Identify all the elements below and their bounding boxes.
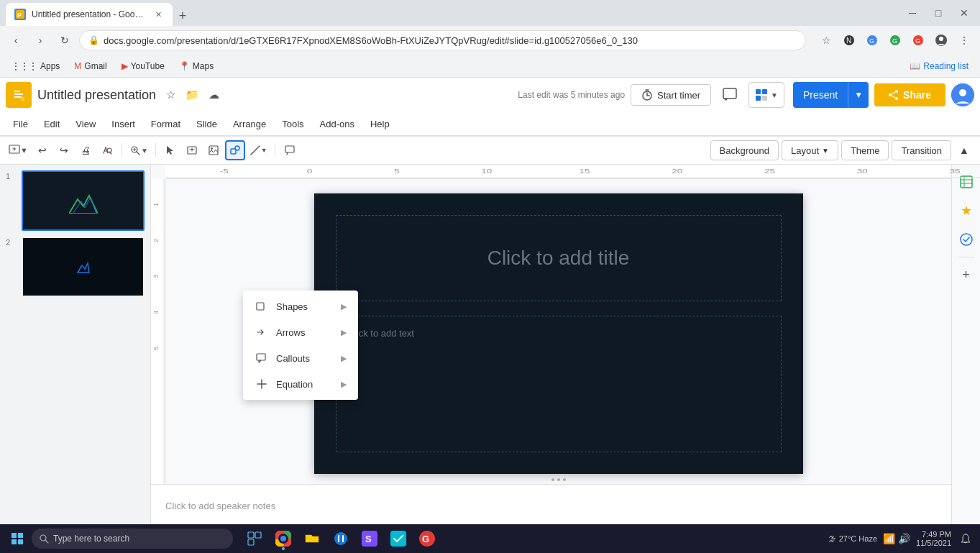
toolbar-theme-btn[interactable]: Theme xyxy=(841,140,889,160)
cloud-btn[interactable]: ☁ xyxy=(205,86,222,104)
slides-panel: 1 2 xyxy=(0,165,151,553)
taskbar-notification[interactable] xyxy=(957,530,974,547)
menu-help[interactable]: Help xyxy=(363,116,397,132)
toolbar-comment-btn[interactable] xyxy=(280,140,300,160)
taskbar-clock: 7:49 PM 11/5/2021 xyxy=(916,530,951,547)
tab-close-icon[interactable]: ✕ xyxy=(152,9,164,20)
slide-preview-2[interactable] xyxy=(22,237,145,297)
dropdown-item-arrows[interactable]: Arrows ▶ xyxy=(243,319,358,345)
taskbar-app7[interactable]: G xyxy=(414,526,440,552)
svg-text:N: N xyxy=(846,37,851,45)
tab-title: Untitled presentation - Google S xyxy=(32,9,147,19)
taskbar-task-view[interactable] xyxy=(242,526,267,552)
extension4-btn[interactable]: G xyxy=(908,30,928,50)
toolbar-add-btn[interactable]: ▼ xyxy=(6,140,31,160)
toolbar-redo-btn[interactable]: ↪ xyxy=(54,140,74,160)
slide-num-1: 1 xyxy=(6,170,17,180)
share-btn[interactable]: Share xyxy=(874,83,945,106)
bookmark-maps[interactable]: 📍 Maps xyxy=(173,60,219,73)
taskbar-search[interactable]: Type here to search xyxy=(32,529,233,549)
taskbar-start-btn[interactable] xyxy=(6,527,29,550)
toolbar-collapse-btn[interactable]: ▲ xyxy=(954,140,974,160)
menu-slide[interactable]: Slide xyxy=(189,116,224,132)
slide-content-box[interactable]: Click to add text xyxy=(336,316,782,452)
app-title[interactable]: Untitled presentation xyxy=(37,88,156,103)
svg-text:4: 4 xyxy=(152,311,160,314)
folder-btn[interactable]: 📁 xyxy=(183,86,201,104)
start-timer-btn[interactable]: Start timer xyxy=(631,84,711,106)
taskbar-app6[interactable] xyxy=(385,526,411,552)
toolbar-line-btn[interactable]: ▼ xyxy=(247,140,270,160)
toolbar-background-btn[interactable]: Background xyxy=(710,140,779,160)
browser-tabs: P Untitled presentation - Google S ✕ + xyxy=(6,0,193,26)
refresh-btn[interactable]: ↻ xyxy=(55,30,75,50)
bookmark-apps[interactable]: ⋮⋮⋮ Apps xyxy=(6,60,65,73)
slide-canvas[interactable]: Click to add title Click to add text xyxy=(314,193,803,474)
user-avatar[interactable] xyxy=(951,83,974,106)
menu-arrange[interactable]: Arrange xyxy=(226,116,273,132)
extension1-btn[interactable]: N xyxy=(839,30,859,50)
svg-point-11 xyxy=(939,37,943,41)
dropdown-item-callouts[interactable]: Callouts ▶ xyxy=(243,345,358,371)
toolbar-shapes-btn[interactable] xyxy=(225,140,245,160)
profile-btn[interactable] xyxy=(931,30,951,50)
toolbar-zoom-btn[interactable]: ▼ xyxy=(127,140,151,160)
taskbar-apps: S G xyxy=(242,526,440,552)
present-btn[interactable]: Present ▼ xyxy=(793,82,869,108)
reading-list-btn[interactable]: 📖 Reading list xyxy=(904,60,974,73)
dropdown-item-equation[interactable]: Equation ▶ xyxy=(243,371,358,397)
active-tab[interactable]: P Untitled presentation - Google S ✕ xyxy=(6,3,173,26)
extension2-btn[interactable]: G xyxy=(862,30,882,50)
toolbar-image-btn[interactable] xyxy=(203,140,224,160)
comment-btn[interactable] xyxy=(717,82,743,108)
taskbar-chrome[interactable] xyxy=(270,526,296,552)
svg-rect-36 xyxy=(285,146,294,152)
toolbar-spellcheck-btn[interactable] xyxy=(97,140,117,160)
menu-file[interactable]: File xyxy=(6,116,35,132)
menu-tools[interactable]: Tools xyxy=(275,116,311,132)
youtube-icon: ▶ xyxy=(122,61,128,71)
extension3-btn[interactable]: G xyxy=(885,30,905,50)
taskbar-bandicut[interactable] xyxy=(328,526,354,552)
slide-preview-1[interactable] xyxy=(22,170,145,231)
bookmark-gmail[interactable]: M Gmail xyxy=(68,60,112,73)
minimize-btn[interactable]: ─ xyxy=(902,3,922,23)
dropdown-item-shapes[interactable]: Shapes ▶ xyxy=(243,293,358,319)
canvas-resize-dots xyxy=(551,478,566,481)
menu-format[interactable]: Format xyxy=(144,116,188,132)
right-panel-add-btn[interactable]: + xyxy=(955,263,978,286)
tab-bar: P Untitled presentation - Google S ✕ + ─… xyxy=(0,0,980,26)
menu-insert[interactable]: Insert xyxy=(104,116,142,132)
menu-edit[interactable]: Edit xyxy=(37,116,67,132)
star-title-btn[interactable]: ☆ xyxy=(162,86,179,104)
menu-view[interactable]: View xyxy=(68,116,103,132)
right-panel-check-btn[interactable] xyxy=(955,228,978,251)
taskbar-explorer[interactable] xyxy=(299,526,325,552)
star-btn[interactable]: ☆ xyxy=(816,30,836,50)
forward-btn[interactable]: › xyxy=(30,30,50,50)
back-btn[interactable]: ‹ xyxy=(6,30,26,50)
speaker-notes[interactable]: Click to add speaker notes xyxy=(151,484,951,527)
view-selector[interactable]: ▼ xyxy=(748,82,784,108)
right-panel-star-btn[interactable]: ★ xyxy=(955,199,978,222)
new-tab-button[interactable]: + xyxy=(173,6,193,26)
toolbar-select-btn[interactable] xyxy=(160,140,180,160)
toolbar-layout-btn[interactable]: Layout ▼ xyxy=(782,140,838,160)
toolbar-textbox-btn[interactable] xyxy=(182,140,202,160)
slide-thumb-1[interactable]: 1 xyxy=(6,170,145,231)
slide-thumb-2[interactable]: 2 xyxy=(6,237,145,297)
menu-addons[interactable]: Add-ons xyxy=(313,116,362,132)
address-bar[interactable]: 🔒 docs.google.com/presentation/d/1eGTXE6… xyxy=(79,30,806,50)
toolbar-print-btn[interactable]: 🖨 xyxy=(75,140,96,160)
menu-btn[interactable]: ⋮ xyxy=(954,30,974,50)
toolbar-divider-2 xyxy=(155,143,156,157)
transition-label: Transition xyxy=(901,145,942,156)
slide-title-box[interactable]: Click to add title xyxy=(336,215,782,301)
close-btn[interactable]: ✕ xyxy=(954,3,974,23)
toolbar-undo-btn[interactable]: ↩ xyxy=(32,140,52,160)
maximize-btn[interactable]: □ xyxy=(928,3,948,23)
taskbar-app5[interactable]: S xyxy=(357,526,383,552)
svg-rect-75 xyxy=(248,532,254,538)
toolbar-transition-btn[interactable]: Transition xyxy=(892,140,951,160)
bookmark-youtube[interactable]: ▶ YouTube xyxy=(116,60,170,73)
